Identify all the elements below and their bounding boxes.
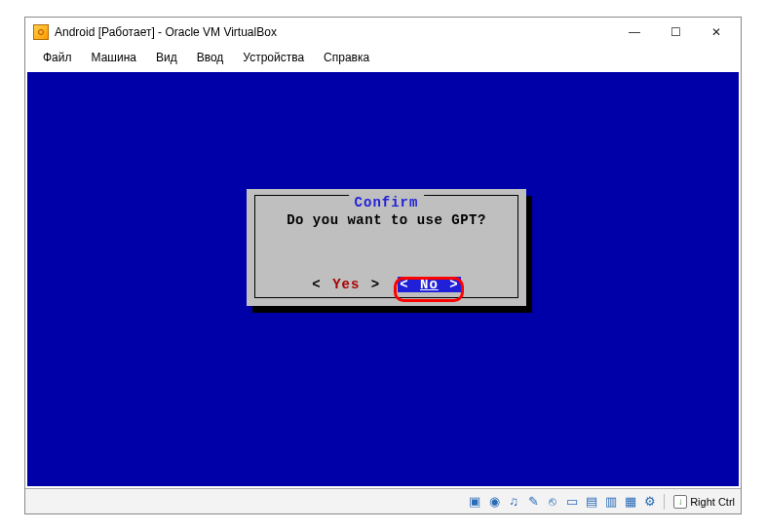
- menu-help[interactable]: Справка: [316, 49, 377, 66]
- dialog-message: Do you want to use GPT?: [247, 212, 526, 228]
- host-key-indicator[interactable]: ↓ Right Ctrl: [673, 495, 735, 509]
- recording-icon[interactable]: ▥: [602, 493, 620, 511]
- settings-icon[interactable]: ⚙: [641, 493, 659, 511]
- no-button[interactable]: < No >: [398, 277, 460, 292]
- window-title: Android [Работает] - Oracle VM VirtualBo…: [55, 25, 614, 39]
- menu-file[interactable]: Файл: [35, 49, 80, 66]
- titlebar: Android [Работает] - Oracle VM VirtualBo…: [25, 18, 741, 47]
- dialog-title: Confirm: [349, 195, 425, 210]
- menu-machine[interactable]: Машина: [84, 49, 144, 66]
- hostkey-label: Right Ctrl: [690, 496, 735, 508]
- hdd-icon[interactable]: ▣: [466, 493, 483, 511]
- usb-icon[interactable]: ⎋: [544, 493, 561, 511]
- yes-button[interactable]: < Yes >: [312, 277, 380, 292]
- menu-devices[interactable]: Устройства: [235, 49, 312, 66]
- hostkey-arrow-icon: ↓: [673, 495, 687, 509]
- yes-label: Yes: [332, 277, 360, 292]
- cpu-icon[interactable]: ▦: [622, 493, 639, 511]
- dialog-buttons: < Yes > < No >: [247, 277, 526, 292]
- menubar: Файл Машина Вид Ввод Устройства Справка: [25, 47, 741, 68]
- no-label: No: [420, 277, 439, 292]
- maximize-button[interactable]: ☐: [655, 19, 696, 46]
- network-icon[interactable]: ✎: [524, 493, 542, 511]
- menu-input[interactable]: Ввод: [189, 49, 232, 66]
- optical-icon[interactable]: ◉: [485, 493, 503, 511]
- menu-view[interactable]: Вид: [148, 49, 185, 66]
- audio-icon[interactable]: ♫: [505, 493, 522, 511]
- shared-folders-icon[interactable]: ▭: [563, 493, 581, 511]
- minimize-button[interactable]: —: [614, 19, 655, 46]
- statusbar: ▣ ◉ ♫ ✎ ⎋ ▭ ▤ ▥ ▦ ⚙ ↓ Right Ctrl: [25, 488, 741, 513]
- display-icon[interactable]: ▤: [583, 493, 600, 511]
- confirm-dialog: Confirm Do you want to use GPT? < Yes > …: [247, 189, 526, 306]
- separator: [664, 494, 665, 510]
- vm-display[interactable]: Confirm Do you want to use GPT? < Yes > …: [27, 72, 739, 486]
- app-icon: [33, 24, 49, 40]
- close-button[interactable]: ✕: [696, 19, 737, 46]
